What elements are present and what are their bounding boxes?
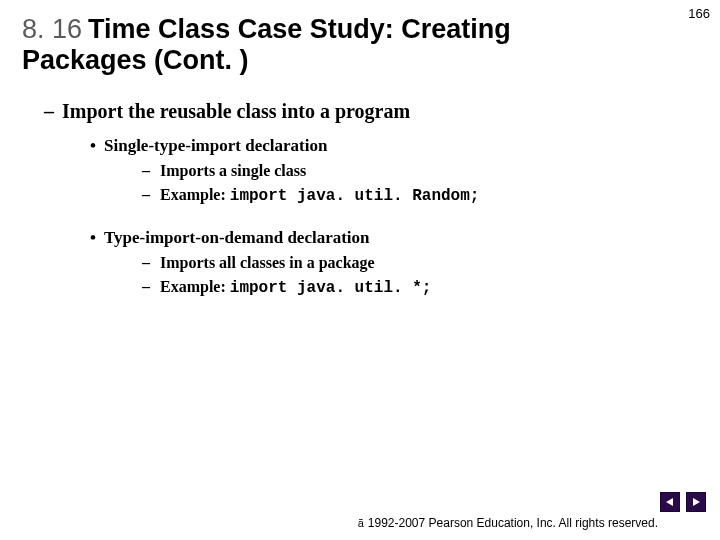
bullet-text: Imports a single class (160, 162, 306, 179)
bullet-text: Single-type-import declaration (104, 136, 327, 155)
bullet-level2: •Single-type-import declaration (90, 135, 684, 158)
slide: 166 8. 16Time Class Case Study: Creating… (0, 0, 720, 540)
copyright-text: 1992-2007 Pearson Education, Inc. All ri… (368, 516, 658, 530)
triangle-right-icon (691, 497, 701, 507)
content-body: –Import the reusable class into a progra… (44, 98, 684, 299)
code-snippet: import java. util. *; (230, 279, 432, 297)
bullet-text: Import the reusable class into a program (62, 100, 410, 122)
bullet-text: Imports all classes in a package (160, 254, 375, 271)
bullet-level3: –Example: import java. util. *; (142, 276, 684, 300)
bullet-level1: –Import the reusable class into a progra… (44, 98, 684, 125)
section-number: 8. 16 (22, 14, 82, 44)
bullet-level2: •Type-import-on-demand declaration (90, 227, 684, 250)
code-snippet: import java. util. Random; (230, 187, 480, 205)
bullet-level3: –Example: import java. util. Random; (142, 184, 684, 208)
triangle-left-icon (665, 497, 675, 507)
copyright-line: ã1992-2007 Pearson Education, Inc. All r… (358, 516, 658, 530)
svg-marker-1 (693, 498, 700, 506)
slide-title: 8. 16Time Class Case Study: Creating Pac… (22, 14, 622, 76)
bullet-text: Example: (160, 278, 230, 295)
nav-controls (660, 492, 706, 512)
bullet-text: Example: (160, 186, 230, 203)
page-number: 166 (688, 6, 710, 21)
bullet-text: Type-import-on-demand declaration (104, 228, 370, 247)
next-button[interactable] (686, 492, 706, 512)
svg-marker-0 (666, 498, 673, 506)
bullet-level3: –Imports a single class (142, 160, 684, 182)
prev-button[interactable] (660, 492, 680, 512)
title-text: Time Class Case Study: Creating Packages… (22, 14, 511, 75)
copyright-icon: ã (358, 517, 364, 529)
bullet-level3: –Imports all classes in a package (142, 252, 684, 274)
